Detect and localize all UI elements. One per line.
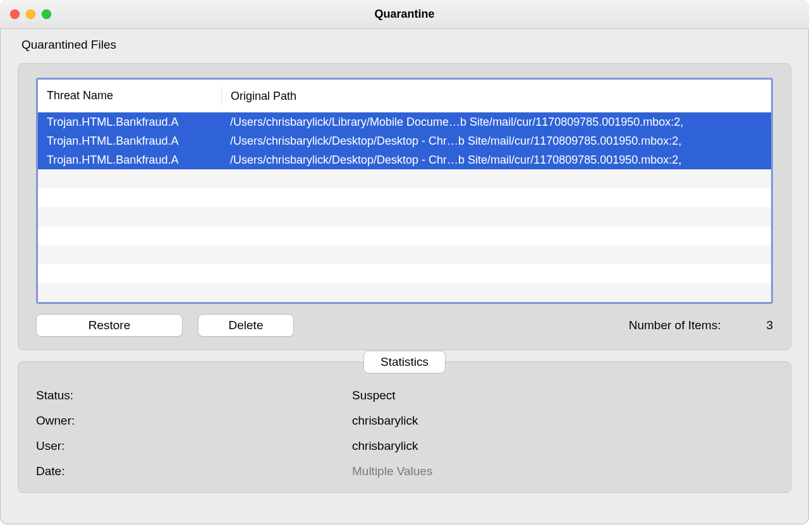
statistics-value: Multiple Values — [352, 464, 432, 478]
cell-threat-name: Trojan.HTML.Bankfraud.A — [38, 154, 221, 167]
table-row-empty — [38, 169, 771, 188]
window-title: Quarantine — [0, 8, 809, 21]
table-row[interactable]: Trojan.HTML.Bankfraud.A/Users/chrisbaryl… — [38, 112, 771, 131]
cell-original-path: /Users/chrisbarylick/Desktop/Desktop - C… — [221, 154, 771, 167]
table-row[interactable]: Trojan.HTML.Bankfraud.A/Users/chrisbaryl… — [38, 131, 771, 150]
restore-button[interactable]: Restore — [36, 314, 183, 337]
column-header-path[interactable]: Original Path — [221, 87, 771, 105]
table-header-row: Threat Name Original Path — [38, 80, 771, 112]
quarantine-window: Quarantine Quarantined Files Threat Name… — [0, 0, 809, 524]
statistics-row: User:chrisbarylick — [36, 439, 773, 453]
statistics-label: User: — [36, 439, 352, 453]
table-row[interactable]: Trojan.HTML.Bankfraud.A/Users/chrisbaryl… — [38, 150, 771, 169]
item-count: Number of Items: 3 — [629, 318, 773, 332]
cell-original-path: /Users/chrisbarylick/Library/Mobile Docu… — [221, 116, 771, 129]
cell-original-path: /Users/chrisbarylick/Desktop/Desktop - C… — [221, 135, 771, 148]
quarantine-panel: Threat Name Original Path Trojan.HTML.Ba… — [18, 63, 791, 350]
quarantine-table[interactable]: Threat Name Original Path Trojan.HTML.Ba… — [36, 78, 773, 304]
window-content: Quarantined Files Threat Name Original P… — [0, 29, 809, 524]
table-row-empty — [38, 226, 771, 245]
statistics-row: Date:Multiple Values — [36, 464, 773, 478]
statistics-row: Owner:chrisbarylick — [36, 414, 773, 428]
statistics-body: Status:SuspectOwner:chrisbarylickUser:ch… — [36, 389, 773, 478]
table-row-empty — [38, 245, 771, 264]
table-row-empty — [38, 283, 771, 302]
cell-threat-name: Trojan.HTML.Bankfraud.A — [38, 116, 221, 129]
quarantined-files-label: Quarantined Files — [18, 38, 791, 52]
item-count-value: 3 — [766, 318, 773, 332]
table-row-empty — [38, 188, 771, 207]
table-body: Trojan.HTML.Bankfraud.A/Users/chrisbaryl… — [38, 112, 771, 302]
statistics-label: Date: — [36, 464, 352, 478]
window-titlebar: Quarantine — [0, 0, 809, 29]
statistics-label: Status: — [36, 389, 352, 402]
table-row-empty — [38, 207, 771, 226]
table-footer: Restore Delete Number of Items: 3 — [36, 314, 773, 337]
statistics-label: Owner: — [36, 414, 352, 428]
column-header-threat[interactable]: Threat Name — [38, 89, 221, 102]
cell-threat-name: Trojan.HTML.Bankfraud.A — [38, 135, 221, 148]
statistics-row: Status:Suspect — [36, 389, 773, 402]
item-count-label: Number of Items: — [629, 318, 721, 332]
delete-button[interactable]: Delete — [198, 314, 294, 337]
statistics-value: chrisbarylick — [352, 414, 418, 428]
table-row-empty — [38, 264, 771, 283]
statistics-tab[interactable]: Statistics — [363, 351, 446, 373]
statistics-panel: Statistics Status:SuspectOwner:chrisbary… — [18, 361, 791, 493]
statistics-value: chrisbarylick — [352, 439, 418, 453]
statistics-value: Suspect — [352, 389, 396, 402]
